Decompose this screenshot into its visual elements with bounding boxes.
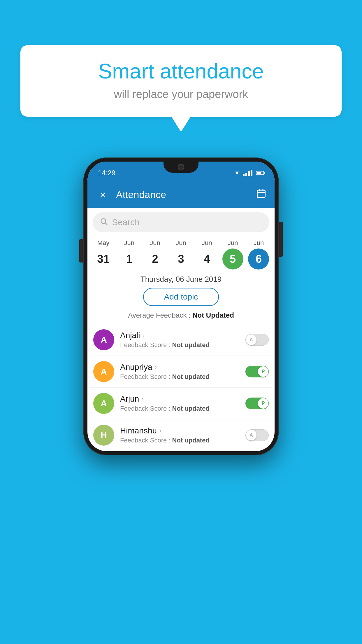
avg-feedback-label: Average Feedback :	[128, 311, 192, 319]
status-time: 14:29	[98, 169, 115, 177]
calendar-day[interactable]: Jun1	[117, 239, 141, 270]
toggle-knob: P	[258, 398, 268, 409]
toggle-knob: A	[246, 430, 256, 440]
cal-month-label: Jun	[195, 239, 219, 247]
calendar-day[interactable]: Jun6	[247, 239, 270, 270]
signal-bars	[243, 170, 252, 176]
student-info: Anjali ›Feedback Score : Not updated	[120, 331, 245, 349]
calendar-icon[interactable]	[256, 188, 266, 201]
phone-wrapper: 14:29 ▼ × Attendance	[83, 158, 279, 455]
avatar: A	[93, 329, 114, 350]
app-title: Attendance	[116, 189, 256, 200]
phone-outer: 14:29 ▼ × Attendance	[83, 158, 279, 455]
wifi-icon: ▼	[234, 170, 240, 176]
student-info: Himanshu ›Feedback Score : Not updated	[120, 426, 245, 444]
attendance-toggle[interactable]: A	[245, 334, 269, 346]
status-icons: ▼	[234, 170, 264, 176]
cal-date-number[interactable]: 1	[119, 249, 140, 270]
avatar: H	[93, 425, 114, 446]
speech-bubble: Smart attendance will replace your paper…	[20, 45, 342, 117]
attendance-toggle[interactable]: P	[245, 398, 269, 409]
avg-feedback: Average Feedback : Not Updated	[87, 311, 275, 319]
calendar-day[interactable]: Jun4	[195, 239, 219, 270]
student-item[interactable]: AArjun ›Feedback Score : Not updatedP	[90, 388, 272, 419]
student-name: Anjali ›	[120, 331, 245, 340]
bubble-subtitle: will replace your paperwork	[38, 88, 324, 101]
svg-line-5	[105, 223, 107, 225]
calendar-day[interactable]: Jun2	[143, 239, 167, 270]
calendar-day[interactable]: Jun3	[169, 239, 193, 270]
close-button[interactable]: ×	[96, 189, 110, 200]
cal-month-label: Jun	[169, 239, 193, 247]
student-list: AAnjali ›Feedback Score : Not updatedAAA…	[87, 324, 275, 451]
speech-bubble-container: Smart attendance will replace your paper…	[20, 45, 342, 117]
calendar-day[interactable]: Jun5	[221, 239, 245, 270]
cal-month-label: May	[92, 239, 115, 247]
app-bar: × Attendance	[87, 181, 275, 208]
cal-date-number[interactable]: 6	[248, 249, 269, 270]
add-topic-button[interactable]: Add topic	[143, 288, 219, 306]
student-item[interactable]: AAnupriya ›Feedback Score : Not updatedP	[90, 356, 272, 388]
svg-rect-0	[257, 190, 265, 198]
avg-feedback-value: Not Updated	[192, 311, 234, 319]
avatar: A	[93, 361, 114, 382]
notch	[164, 162, 198, 173]
battery-icon	[256, 171, 264, 175]
attendance-toggle[interactable]: A	[245, 429, 269, 441]
chevron-right-icon: ›	[159, 427, 161, 435]
student-item[interactable]: AAnjali ›Feedback Score : Not updatedA	[90, 324, 272, 356]
chevron-right-icon: ›	[155, 363, 157, 371]
chevron-right-icon: ›	[141, 395, 143, 403]
feedback-score: Feedback Score : Not updated	[120, 437, 245, 444]
cal-date-number[interactable]: 4	[196, 249, 217, 270]
attendance-toggle[interactable]: P	[245, 366, 269, 377]
student-name: Arjun ›	[120, 394, 245, 404]
student-name: Himanshu ›	[120, 426, 245, 435]
bubble-title: Smart attendance	[38, 60, 324, 83]
toggle-knob: A	[246, 335, 256, 345]
feedback-score: Feedback Score : Not updated	[120, 373, 245, 381]
camera	[178, 164, 184, 170]
cal-month-label: Jun	[247, 239, 270, 247]
toggle-knob: P	[258, 366, 268, 377]
calendar-day[interactable]: May31	[92, 239, 115, 270]
avatar: A	[93, 393, 114, 414]
cal-date-number[interactable]: 3	[171, 249, 191, 270]
cal-month-label: Jun	[221, 239, 245, 247]
cal-date-number[interactable]: 5	[222, 249, 243, 270]
selected-date-label: Thursday, 06 June 2019	[87, 275, 275, 284]
student-info: Arjun ›Feedback Score : Not updated	[120, 394, 245, 412]
chevron-right-icon: ›	[142, 332, 144, 339]
cal-month-label: Jun	[117, 239, 141, 247]
cal-date-number[interactable]: 31	[93, 249, 114, 270]
student-name: Anupriya ›	[120, 363, 245, 372]
status-bar: 14:29 ▼	[87, 162, 275, 181]
calendar-strip: May31Jun1Jun2Jun3Jun4Jun5Jun6	[87, 237, 275, 270]
search-bar[interactable]: Search	[93, 212, 269, 232]
cal-month-label: Jun	[143, 239, 167, 247]
student-info: Anupriya ›Feedback Score : Not updated	[120, 363, 245, 381]
svg-point-4	[101, 218, 106, 223]
phone-screen: 14:29 ▼ × Attendance	[87, 162, 275, 451]
student-item[interactable]: HHimanshu ›Feedback Score : Not updatedA	[90, 419, 272, 451]
search-icon	[100, 217, 108, 228]
feedback-score: Feedback Score : Not updated	[120, 405, 245, 412]
feedback-score: Feedback Score : Not updated	[120, 341, 245, 349]
search-input[interactable]: Search	[112, 217, 262, 227]
cal-date-number[interactable]: 2	[145, 249, 166, 270]
